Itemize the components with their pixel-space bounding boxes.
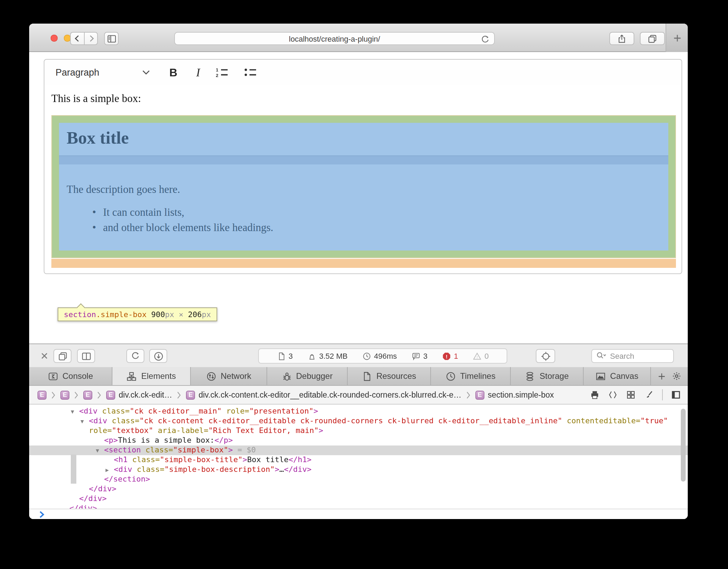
clock-icon xyxy=(362,351,371,360)
dom-token xyxy=(153,426,158,435)
minimize-window-button[interactable] xyxy=(64,35,70,41)
dom-tree-row[interactable]: ▶<div class="simple-box-description">…</… xyxy=(29,465,688,475)
grid-icon[interactable] xyxy=(626,390,636,400)
add-tab-icon[interactable] xyxy=(657,372,666,381)
details-sidebar-toggle-icon[interactable] xyxy=(671,390,681,400)
editor-editable-area[interactable]: This is a simple box: Box title The desc… xyxy=(44,85,682,274)
breadcrumb-item[interactable]: Ediv.ck.ck-edit… xyxy=(106,390,172,399)
breadcrumb-item[interactable]: E xyxy=(83,390,92,399)
dom-token: <div xyxy=(89,416,112,425)
tab-elements[interactable]: Elements xyxy=(112,367,191,385)
tab-timelines[interactable]: Timelines xyxy=(431,367,511,385)
breadcrumb-label: section.simple-box xyxy=(488,391,554,399)
tab-storage[interactable]: Storage xyxy=(511,367,584,385)
weight-icon xyxy=(307,351,316,360)
console-prompt[interactable] xyxy=(29,509,688,519)
inspector-reload-button[interactable] xyxy=(126,349,144,363)
list-item: and other block elements like headings. xyxy=(92,221,668,234)
tab-resources[interactable]: Resources xyxy=(348,367,431,385)
dom-tree-row[interactable]: ▼<div class="ck ck-editor__main" role="p… xyxy=(29,407,688,416)
print-icon[interactable] xyxy=(590,390,600,400)
dom-token: "textbox" xyxy=(112,426,153,435)
breadcrumb-item[interactable]: E xyxy=(60,390,69,399)
code-brackets-icon[interactable] xyxy=(608,390,618,400)
dom-token: This is a simple box: xyxy=(118,436,214,445)
load-time-badge[interactable]: 496ms xyxy=(362,351,397,360)
dom-tree-row[interactable]: </section> xyxy=(29,475,688,484)
dom-tree-row[interactable]: role="textbox" aria-label="Rich Text Edi… xyxy=(29,426,688,436)
dom-token: class= xyxy=(145,445,173,455)
dom-tree-row[interactable]: ▼<div class="ck ck-content ck-editor__ed… xyxy=(29,416,688,426)
share-button[interactable] xyxy=(609,32,634,45)
dom-token: "simple-box" xyxy=(173,445,228,455)
element-picker-button[interactable] xyxy=(536,349,555,363)
dock-side-button[interactable] xyxy=(77,349,95,363)
dom-token: > xyxy=(319,426,323,435)
editor-toolbar: Paragraph B I 12 xyxy=(44,59,682,86)
dom-tree-row[interactable]: </div> xyxy=(29,484,688,494)
dom-tree-row[interactable]: </div> xyxy=(29,494,688,504)
download-button[interactable] xyxy=(149,349,167,363)
log-count-badge[interactable]: 3 xyxy=(412,351,428,360)
highlight-content-area: Box title The description goes here. It … xyxy=(59,123,668,250)
svg-text:!: ! xyxy=(446,353,447,359)
close-window-button[interactable] xyxy=(51,35,57,41)
breadcrumb-label: div.ck.ck-content.ck-editor__editable.ck… xyxy=(198,391,462,399)
dom-tree: ▼<div class="ck ck-editor__main" role="p… xyxy=(29,405,688,509)
tab-console[interactable]: Console xyxy=(29,367,112,385)
chevron-right-icon xyxy=(97,391,101,399)
chevron-right-icon xyxy=(74,391,78,399)
chevron-right-icon xyxy=(466,391,471,399)
url-field[interactable]: localhost/creating-a-plugin/ xyxy=(174,32,495,45)
warning-count-badge[interactable]: ! 0 xyxy=(473,351,489,360)
detach-button[interactable] xyxy=(53,349,71,363)
tab-canvas[interactable]: Canvas xyxy=(584,367,651,385)
bulleted-list-button[interactable] xyxy=(245,67,257,78)
chevron-down-icon[interactable] xyxy=(142,70,150,75)
inspector-search[interactable] xyxy=(591,349,674,363)
tab-label: Console xyxy=(62,371,93,381)
dom-scrollbar[interactable] xyxy=(681,409,686,482)
dom-tree-row[interactable]: <h1 class="simple-box-title">Box title</… xyxy=(29,455,688,465)
show-tabs-button[interactable] xyxy=(640,32,665,45)
back-button[interactable] xyxy=(70,32,84,45)
dom-tree-row[interactable]: <p>This is a simple box:</p> xyxy=(29,436,688,445)
dom-token: "true" xyxy=(641,416,668,425)
dom-token xyxy=(562,416,567,425)
dom-token: <div xyxy=(79,407,102,416)
network-icon xyxy=(206,371,217,381)
storage-database-icon xyxy=(525,371,535,381)
tab-debugger[interactable]: Debugger xyxy=(267,367,348,385)
resource-count-badge[interactable]: 3 xyxy=(277,351,293,360)
svg-text:!: ! xyxy=(477,355,478,359)
element-badge: E xyxy=(186,390,195,399)
breadcrumb-item[interactable]: E xyxy=(37,390,46,399)
page-weight-badge[interactable]: 3.52 MB xyxy=(307,351,348,360)
description-list: It can contain lists, and other block el… xyxy=(92,206,668,234)
dom-token: <p> xyxy=(104,436,118,445)
error-count-badge[interactable]: ! 1 xyxy=(442,351,458,360)
dom-token: > xyxy=(228,445,233,455)
breadcrumb-item-selected[interactable]: Esection.simple-box xyxy=(475,390,554,399)
dom-tree-row[interactable]: </div> xyxy=(29,504,688,509)
copy-windows-icon xyxy=(57,351,68,361)
reload-button[interactable] xyxy=(480,34,490,44)
gear-icon[interactable] xyxy=(672,371,682,381)
search-input[interactable] xyxy=(610,351,666,360)
italic-button[interactable]: I xyxy=(196,66,200,79)
bold-button[interactable]: B xyxy=(169,66,177,79)
dom-token: </section> xyxy=(104,475,150,484)
new-tab-button[interactable] xyxy=(666,24,688,52)
sidebar-toggle-button[interactable] xyxy=(104,32,119,45)
tab-label: Storage xyxy=(540,371,569,381)
numbered-list-button[interactable]: 12 xyxy=(216,67,229,78)
tab-network[interactable]: Network xyxy=(191,367,267,385)
breadcrumb-label: div.ck.ck-edit… xyxy=(119,391,172,399)
paragraph-dropdown[interactable]: Paragraph xyxy=(56,67,99,78)
dom-tree-row[interactable]: ▼<section class="simple-box"> = $0 xyxy=(29,445,688,455)
forward-button[interactable] xyxy=(84,32,98,45)
breadcrumb-item[interactable]: Ediv.ck.ck-content.ck-editor__editable.c… xyxy=(186,390,462,399)
paintbrush-icon[interactable] xyxy=(644,390,654,400)
close-inspector-button[interactable]: ✕ xyxy=(39,349,50,363)
inspector-tab-bar: Console Elements Network Debugger Resour… xyxy=(29,367,688,386)
